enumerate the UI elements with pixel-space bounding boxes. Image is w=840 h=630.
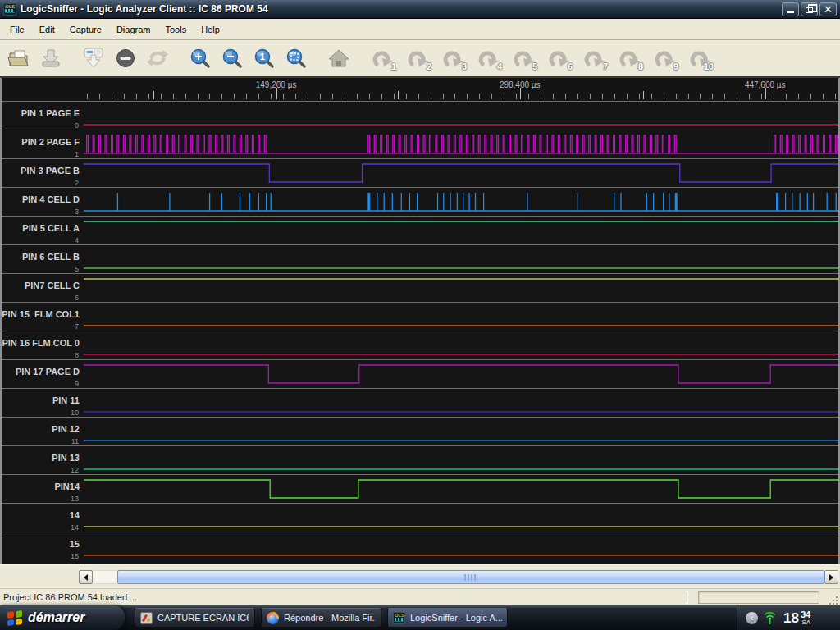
open-project-button[interactable] (5, 43, 33, 73)
channel-row: PIN1413 (2, 474, 838, 503)
channel-label-cell[interactable]: PIN 1 PAGE E0 (2, 102, 84, 130)
channel-row: 1515 (2, 532, 838, 560)
zoom-default-button[interactable]: 1 (250, 43, 278, 73)
waveform-area[interactable] (84, 102, 838, 130)
goto-cursor-3-button[interactable]: 3 (438, 43, 469, 73)
channel-label-cell[interactable]: PIN 16 FLM COL 08 (2, 331, 84, 359)
taskbar: démarrer CAPTURE ECRAN IC6...Répondre - … (0, 605, 840, 630)
desktop: LogicSniffer - Logic Analyzer Client :: … (0, 0, 840, 630)
channel-label-cell[interactable]: PIN 17 PAGE D9 (2, 360, 84, 388)
waveform-area[interactable] (84, 130, 838, 158)
zoom-fit-button[interactable] (282, 43, 310, 73)
ruler-medium-tick (643, 91, 644, 99)
channel-row: PIN 17 PAGE D9 (2, 359, 838, 388)
firefox-icon (267, 612, 279, 624)
channel-label-cell[interactable]: PIN 1211 (2, 418, 84, 445)
channel-label-cell[interactable]: PIN 1110 (2, 389, 84, 417)
menu-tools[interactable]: Tools (158, 21, 194, 38)
channel-label-cell[interactable]: PIN 6 CELL B5 (2, 245, 84, 273)
taskbar-task-button[interactable]: CAPTURE ECRAN IC6... (135, 608, 255, 628)
menu-file[interactable]: File (2, 21, 32, 38)
channel-row: PIN 1312 (2, 445, 838, 474)
restore-button[interactable] (801, 2, 818, 16)
scroll-right-button[interactable] (824, 570, 838, 584)
taskbar-task-button[interactable]: LogicSniffer - Logic A... (387, 608, 508, 628)
waveform-area[interactable] (84, 331, 838, 359)
waveform-area[interactable] (84, 188, 838, 216)
wifi-icon[interactable] (763, 611, 777, 625)
title-bar[interactable]: LogicSniffer - Logic Analyzer Client :: … (0, 0, 840, 19)
menu-capture[interactable]: Capture (62, 21, 109, 38)
waveform-area[interactable] (84, 274, 838, 302)
channel-row: 1414 (2, 503, 838, 532)
begin-capture-button[interactable] (80, 43, 107, 73)
toolbar: 1 1 (0, 40, 840, 78)
minimize-button[interactable] (782, 2, 799, 16)
save-icon (39, 48, 62, 69)
waveform-area[interactable] (84, 475, 838, 503)
resize-grip[interactable] (828, 595, 838, 605)
stop-capture-button[interactable] (112, 43, 139, 73)
waveform-area[interactable] (84, 418, 838, 445)
tray-chevron-icon[interactable]: ‹ (746, 612, 758, 624)
arrow-right-icon (829, 574, 837, 581)
goto-cursor-4-button[interactable]: 4 (473, 43, 504, 73)
taskbar-task-button[interactable]: Répondre - Mozilla Fir... (261, 608, 381, 628)
goto-cursor-2-button[interactable]: 2 (403, 43, 434, 73)
repeat-capture-button[interactable] (144, 43, 171, 73)
ols-logo-icon (3, 3, 16, 16)
channel-label-cell[interactable]: PIN 2 PAGE F1 (2, 130, 84, 158)
goto-trigger-button[interactable] (325, 43, 353, 73)
menu-diagram[interactable]: Diagram (109, 21, 158, 38)
goto-cursor-6-button[interactable]: 6 (544, 43, 575, 73)
channel-label-cell[interactable]: PIN 3 PAGE B2 (2, 159, 84, 187)
waveform-area[interactable] (84, 360, 838, 388)
channel-index: 7 (75, 322, 79, 331)
waveform-area[interactable] (84, 303, 838, 331)
channel-row: PIN 16 FLM COL 08 (2, 331, 838, 359)
menu-edit[interactable]: Edit (32, 21, 62, 38)
waveform-area[interactable] (84, 245, 838, 273)
horizontal-scrollbar[interactable] (79, 570, 838, 584)
cursor-number: 2 (427, 62, 431, 71)
timeline-ruler[interactable]: 149,200 µs298,400 µs447,600 µs (2, 78, 838, 101)
goto-cursor-1-button[interactable]: 1 (368, 43, 399, 73)
channel-label-cell[interactable]: PIN 1312 (2, 446, 84, 474)
goto-cursor-9-button[interactable]: 9 (650, 43, 681, 73)
goto-cursor-5-button[interactable]: 5 (509, 43, 540, 73)
waveform-area[interactable] (84, 532, 838, 560)
channel-label-cell[interactable]: 1414 (2, 504, 84, 532)
waveform-area[interactable] (84, 159, 838, 187)
scroll-left-button[interactable] (79, 570, 93, 584)
channel-label-cell[interactable]: 1515 (2, 532, 84, 560)
start-button[interactable]: démarrer (0, 605, 125, 630)
zoom-in-button[interactable] (186, 43, 214, 73)
waveform-area[interactable] (84, 389, 838, 417)
channel-label-cell[interactable]: PIN1413 (2, 475, 84, 503)
channel-label-cell[interactable]: PIN 15 FLM COL17 (2, 303, 84, 331)
menu-bar: File Edit Capture Diagram Tools Help (0, 19, 840, 40)
zoom-out-button[interactable] (218, 43, 246, 73)
diagram-area[interactable]: 149,200 µs298,400 µs447,600 µs PIN 1 PAG… (0, 78, 840, 564)
goto-cursor-10-button[interactable]: 10 (685, 43, 716, 73)
channel-row: PIN 2 PAGE F1 (2, 130, 838, 158)
menu-help[interactable]: Help (194, 21, 227, 38)
save-project-button[interactable] (37, 43, 65, 73)
channel-index: 1 (75, 150, 79, 158)
scrollbar-track[interactable] (93, 570, 117, 584)
capture-device-icon (81, 46, 106, 71)
channel-index: 14 (71, 523, 79, 532)
waveform-area[interactable] (84, 446, 838, 474)
ruler-major-tick (520, 88, 521, 99)
channel-label-cell[interactable]: PIN 5 CELL A4 (2, 217, 84, 244)
channel-label-cell[interactable]: PIN7 CELL C6 (2, 274, 84, 302)
waveform-area[interactable] (84, 504, 838, 532)
tray-clock[interactable]: 18 34 SA (783, 610, 810, 626)
scrollbar-thumb[interactable] (117, 570, 824, 584)
goto-cursor-8-button[interactable]: 8 (614, 43, 646, 73)
goto-cursor-7-button[interactable]: 7 (579, 43, 610, 73)
close-button[interactable]: ✕ (819, 2, 837, 16)
waveform-area[interactable] (84, 217, 838, 244)
ruler-medium-tick (153, 91, 154, 99)
channel-label-cell[interactable]: PIN 4 CELL D3 (2, 188, 84, 216)
